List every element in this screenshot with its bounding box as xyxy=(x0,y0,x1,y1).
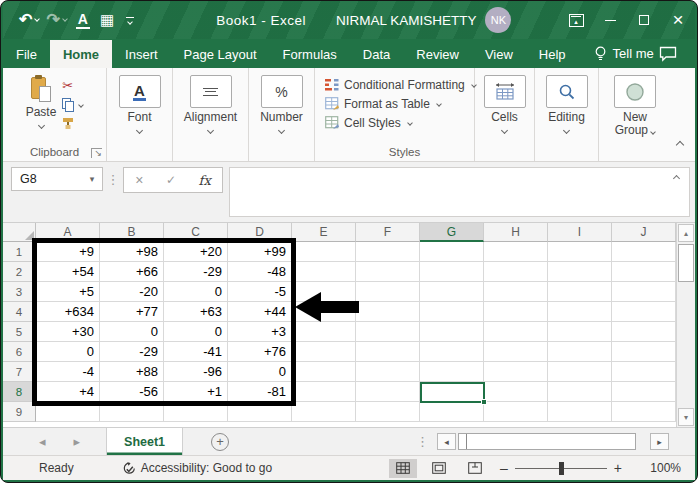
cell-C7[interactable]: -96 xyxy=(164,362,228,382)
cell-H7[interactable] xyxy=(484,362,548,382)
tell-me-box[interactable]: Tell me xyxy=(595,39,654,68)
cell-D7[interactable]: 0 xyxy=(228,362,292,382)
cells-group[interactable]: Cells xyxy=(475,68,535,161)
row-header-2[interactable]: 2 xyxy=(3,262,36,282)
cell-E6[interactable] xyxy=(292,342,356,362)
cell-A5[interactable]: +30 xyxy=(36,322,100,342)
formula-input[interactable] xyxy=(229,167,690,217)
normal-view-button[interactable] xyxy=(389,459,417,478)
column-header-I[interactable]: I xyxy=(548,223,612,242)
zoom-in-button[interactable]: + xyxy=(607,460,629,476)
zoom-slider-handle[interactable] xyxy=(559,462,564,475)
cell-A7[interactable]: -4 xyxy=(36,362,100,382)
cell-D4[interactable]: +44 xyxy=(228,302,292,322)
cell-F1[interactable] xyxy=(356,242,420,262)
cell-G8[interactable] xyxy=(420,382,484,402)
cell-B4[interactable]: +77 xyxy=(100,302,164,322)
cell-I9[interactable] xyxy=(548,402,612,422)
cut-button[interactable]: ✂ xyxy=(62,78,83,93)
cell-H8[interactable] xyxy=(484,382,548,402)
cell-C1[interactable]: +20 xyxy=(164,242,228,262)
cell-B8[interactable]: -56 xyxy=(100,382,164,402)
column-header-J[interactable]: J xyxy=(612,223,676,242)
tab-formulas[interactable]: Formulas xyxy=(270,40,350,68)
row-header-6[interactable]: 6 xyxy=(3,342,36,362)
zoom-level[interactable]: 100% xyxy=(635,461,681,475)
cell-A6[interactable]: 0 xyxy=(36,342,100,362)
cell-G9[interactable] xyxy=(420,402,484,422)
tab-home[interactable]: Home xyxy=(50,40,112,68)
tab-help[interactable]: Help xyxy=(526,40,579,68)
cell-D6[interactable]: +76 xyxy=(228,342,292,362)
cell-D1[interactable]: +99 xyxy=(228,242,292,262)
row-header-8[interactable]: 8 xyxy=(3,382,36,402)
collapse-formula-bar-icon[interactable] xyxy=(673,175,680,182)
cell-F7[interactable] xyxy=(356,362,420,382)
cell-I4[interactable] xyxy=(548,302,612,322)
scroll-up-button[interactable]: ▴ xyxy=(678,224,694,242)
cell-H2[interactable] xyxy=(484,262,548,282)
cell-D5[interactable]: +3 xyxy=(228,322,292,342)
insert-function-button[interactable]: fx xyxy=(199,173,211,188)
comments-button[interactable] xyxy=(659,39,677,68)
cell-H4[interactable] xyxy=(484,302,548,322)
column-header-D[interactable]: D xyxy=(228,223,292,242)
cell-A2[interactable]: +54 xyxy=(36,262,100,282)
cell-B6[interactable]: -29 xyxy=(100,342,164,362)
cell-G1[interactable] xyxy=(420,242,484,262)
font-dropdown-icon[interactable] xyxy=(136,127,143,134)
clipboard-dialog-launcher[interactable]: ↘ xyxy=(91,148,102,158)
cell-E3[interactable] xyxy=(292,282,356,302)
cell-J2[interactable] xyxy=(612,262,676,282)
formula-bar-separator[interactable]: ⋮ xyxy=(103,167,123,191)
horizontal-scroll-thumb[interactable] xyxy=(466,434,635,449)
cell-A8[interactable]: +4 xyxy=(36,382,100,402)
cell-I6[interactable] xyxy=(548,342,612,362)
row-header-7[interactable]: 7 xyxy=(3,362,36,382)
number-group[interactable]: % Number xyxy=(249,68,315,161)
cell-H3[interactable] xyxy=(484,282,548,302)
cell-A1[interactable]: +9 xyxy=(36,242,100,262)
column-header-C[interactable]: C xyxy=(164,223,228,242)
number-dropdown-icon[interactable] xyxy=(278,127,285,134)
sheet-nav-right-icon[interactable]: ▸ xyxy=(74,434,81,449)
tab-file[interactable]: File xyxy=(3,40,50,68)
cell-H5[interactable] xyxy=(484,322,548,342)
cell-E1[interactable] xyxy=(292,242,356,262)
vertical-scroll-thumb[interactable] xyxy=(678,244,694,282)
cell-F8[interactable] xyxy=(356,382,420,402)
cell-F9[interactable] xyxy=(356,402,420,422)
collapse-ribbon-button[interactable] xyxy=(677,134,683,152)
cell-I1[interactable] xyxy=(548,242,612,262)
copy-button[interactable] xyxy=(62,97,83,112)
maximize-button[interactable] xyxy=(627,1,661,39)
accessibility-status[interactable]: Accessibility: Good to go xyxy=(122,461,272,475)
cell-D9[interactable] xyxy=(228,402,292,422)
row-header-9[interactable]: 9 xyxy=(3,402,36,422)
page-break-preview-button[interactable] xyxy=(461,459,489,478)
cell-H1[interactable] xyxy=(484,242,548,262)
underline-button[interactable]: A xyxy=(76,11,90,29)
cell-C6[interactable]: -41 xyxy=(164,342,228,362)
cell-styles-button[interactable]: Cell Styles xyxy=(325,113,412,132)
ribbon-display-options-button[interactable]: ▴ xyxy=(559,1,593,39)
alignment-group[interactable]: Alignment xyxy=(173,68,249,161)
undo-button[interactable]: ↶ xyxy=(17,12,41,28)
cell-E9[interactable] xyxy=(292,402,356,422)
undo-dropdown-icon[interactable] xyxy=(35,16,41,22)
cell-G3[interactable] xyxy=(420,282,484,302)
name-box-dropdown-icon[interactable]: ▾ xyxy=(82,168,102,190)
tab-page-layout[interactable]: Page Layout xyxy=(171,40,270,68)
cell-F2[interactable] xyxy=(356,262,420,282)
cell-A9[interactable] xyxy=(36,402,100,422)
cell-J6[interactable] xyxy=(612,342,676,362)
cell-C9[interactable] xyxy=(164,402,228,422)
cell-I3[interactable] xyxy=(548,282,612,302)
redo-button[interactable]: ↷ xyxy=(44,12,68,28)
cell-E2[interactable] xyxy=(292,262,356,282)
cell-J7[interactable] xyxy=(612,362,676,382)
name-box[interactable]: G8 ▾ xyxy=(11,167,103,191)
cell-G7[interactable] xyxy=(420,362,484,382)
tab-insert[interactable]: Insert xyxy=(112,40,171,68)
minimize-button[interactable] xyxy=(593,1,627,39)
